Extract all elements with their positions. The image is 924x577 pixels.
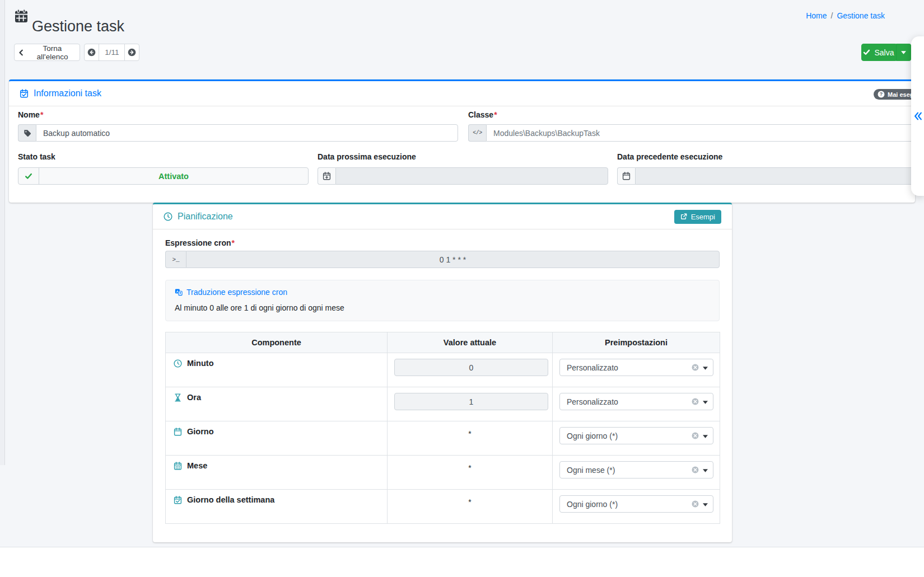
page-title: Gestione task (32, 18, 124, 35)
cron-translation-title: Traduzione espressione cron (186, 288, 287, 297)
cron-input-group: >_ (165, 251, 720, 268)
clear-icon[interactable] (692, 432, 699, 439)
giorno-value: * (394, 427, 545, 438)
schedule-title: Pianificazione (178, 212, 233, 222)
preset-value: Ogni giorno (*) (567, 500, 618, 509)
nome-label: Nome* (18, 110, 43, 119)
stato-toggle[interactable]: Attivato (18, 167, 309, 185)
caret-down-icon (901, 51, 906, 54)
caret-down-icon[interactable] (703, 503, 708, 506)
code-icon: </> (468, 124, 486, 142)
terminal-icon: >_ (165, 251, 186, 268)
preset-value: Personalizzato (567, 397, 618, 406)
data-prossima-input (335, 167, 608, 185)
calendar-icon (617, 167, 635, 185)
giorno-preset-select[interactable]: Ogni giorno (*) (559, 427, 713, 444)
table-row-mese: Mese * Ogni mese (*) (166, 456, 720, 490)
table-header-row: Componente Valore attuale Preimpostazion… (166, 332, 720, 353)
cron-label: Espressione cron* (165, 238, 235, 247)
check-icon (18, 168, 39, 184)
record-pager: 1/11 (84, 44, 139, 61)
mese-preset-select[interactable]: Ogni mese (*) (559, 461, 713, 479)
giorno-settimana-preset-select[interactable]: Ogni giorno (*) (559, 495, 713, 513)
task-info-title: Informazioni task (34, 88, 101, 98)
data-precedente-label: Data precedente esecuzione (617, 152, 722, 161)
table-row-giorno: Giorno * Ogni giorno (*) (166, 421, 720, 456)
caret-down-icon[interactable] (703, 469, 708, 472)
breadcrumb-home-link[interactable]: Home (806, 11, 827, 20)
component-label: Minuto (187, 359, 214, 368)
cron-components-table: Componente Valore attuale Preimpostazion… (165, 332, 720, 524)
tag-icon (18, 124, 36, 142)
clear-icon[interactable] (692, 398, 699, 405)
svg-text:?: ? (880, 91, 883, 97)
preset-value: Ogni mese (*) (567, 466, 615, 475)
clear-icon[interactable] (692, 364, 699, 371)
data-precedente-input (635, 167, 915, 185)
caret-down-icon[interactable] (703, 401, 708, 404)
minuto-value-input (394, 359, 548, 376)
cron-translation-box: A Traduzione espressione cron Al minuto … (165, 280, 720, 321)
classe-input-group: </> (468, 124, 915, 142)
language-icon: A (175, 288, 183, 296)
clear-icon[interactable] (692, 466, 699, 473)
clear-icon[interactable] (692, 500, 699, 508)
stato-value: Attivato (39, 168, 308, 184)
stato-label: Stato task (18, 152, 55, 161)
cron-expression-input (186, 251, 720, 268)
nome-input[interactable] (36, 124, 458, 142)
hourglass-icon (174, 393, 182, 402)
examples-button[interactable]: Esempi (674, 210, 721, 224)
save-button[interactable]: Salva (861, 44, 896, 61)
component-label: Giorno della settimana (187, 495, 274, 504)
arrow-circle-left-icon (87, 48, 96, 57)
classe-input[interactable] (486, 124, 915, 142)
minuto-preset-select[interactable]: Personalizzato (559, 359, 713, 376)
check-icon (863, 49, 870, 56)
side-drawer-collapsed[interactable] (911, 36, 924, 196)
data-precedente-group (617, 167, 915, 185)
calendar-check-icon (20, 89, 29, 98)
collapsed-sidebar-strip (0, 0, 5, 465)
question-circle-icon: ? (878, 91, 885, 98)
preset-value: Personalizzato (567, 363, 618, 372)
next-record-button[interactable] (124, 44, 139, 61)
preset-value: Ogni giorno (*) (567, 431, 618, 440)
data-prossima-group (318, 167, 608, 185)
classe-label: Classe* (468, 110, 497, 119)
required-marker: * (40, 110, 43, 119)
caret-down-icon[interactable] (703, 367, 708, 370)
angle-double-left-icon[interactable] (913, 111, 923, 121)
clock-icon (164, 212, 172, 221)
component-label: Mese (187, 461, 207, 470)
chevron-left-icon (18, 49, 25, 56)
calendar-week-icon (174, 496, 182, 504)
previous-record-button[interactable] (84, 44, 99, 61)
breadcrumb-current-link[interactable]: Gestione task (837, 11, 885, 20)
component-label: Giorno (187, 427, 214, 436)
page: Gestione task Home/Gestione task Torna a… (0, 0, 924, 577)
giorno-settimana-value: * (394, 495, 545, 506)
calendar-icon (14, 9, 29, 26)
schedule-header: Pianificazione Esempi (153, 204, 732, 229)
save-dropdown-toggle[interactable] (896, 44, 911, 61)
nome-input-group (18, 124, 458, 142)
column-header-valore-attuale: Valore attuale (388, 332, 553, 353)
table-row-ora: Ora Personalizzato (166, 387, 720, 421)
save-label: Salva (874, 48, 894, 57)
cron-translation-text: Al minuto 0 alle ore 1 di ogni giorno di… (175, 303, 710, 312)
arrow-circle-right-icon (128, 48, 136, 57)
task-info-header: Informazioni task (9, 81, 915, 106)
required-marker: * (232, 238, 235, 247)
calendar-month-icon (174, 462, 182, 470)
ora-preset-select[interactable]: Personalizzato (559, 393, 713, 410)
back-to-list-button[interactable]: Torna all'elenco (14, 44, 80, 61)
footer (0, 547, 924, 577)
cron-translation-link[interactable]: A Traduzione espressione cron (175, 288, 287, 297)
column-header-componente: Componente (166, 332, 388, 353)
component-label: Ora (187, 393, 201, 402)
caret-down-icon[interactable] (703, 435, 708, 438)
breadcrumb: Home/Gestione task (806, 11, 885, 20)
back-to-list-label: Torna all'elenco (29, 44, 76, 61)
calendar-day-icon (174, 428, 182, 436)
